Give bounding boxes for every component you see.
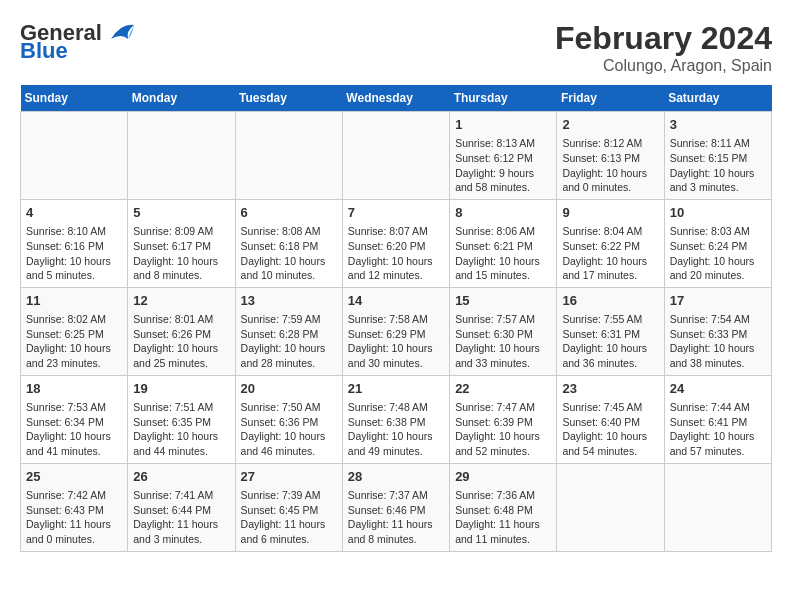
day-header-tuesday: Tuesday [235, 85, 342, 112]
day-content: Sunrise: 8:08 AM Sunset: 6:18 PM Dayligh… [241, 224, 337, 283]
day-number: 23 [562, 380, 658, 398]
day-number: 5 [133, 204, 229, 222]
calendar-cell: 15Sunrise: 7:57 AM Sunset: 6:30 PM Dayli… [450, 287, 557, 375]
logo-blue: Blue [20, 38, 68, 64]
day-number: 3 [670, 116, 766, 134]
day-number: 8 [455, 204, 551, 222]
calendar-cell [557, 463, 664, 551]
day-number: 6 [241, 204, 337, 222]
calendar-cell: 11Sunrise: 8:02 AM Sunset: 6:25 PM Dayli… [21, 287, 128, 375]
day-number: 26 [133, 468, 229, 486]
calendar-cell: 6Sunrise: 8:08 AM Sunset: 6:18 PM Daylig… [235, 199, 342, 287]
calendar-cell: 20Sunrise: 7:50 AM Sunset: 6:36 PM Dayli… [235, 375, 342, 463]
day-number: 13 [241, 292, 337, 310]
calendar-cell: 7Sunrise: 8:07 AM Sunset: 6:20 PM Daylig… [342, 199, 449, 287]
day-content: Sunrise: 8:13 AM Sunset: 6:12 PM Dayligh… [455, 136, 551, 195]
calendar-cell: 25Sunrise: 7:42 AM Sunset: 6:43 PM Dayli… [21, 463, 128, 551]
calendar-cell [128, 112, 235, 200]
calendar-cell [21, 112, 128, 200]
day-number: 21 [348, 380, 444, 398]
calendar-cell: 2Sunrise: 8:12 AM Sunset: 6:13 PM Daylig… [557, 112, 664, 200]
day-number: 19 [133, 380, 229, 398]
calendar-cell: 16Sunrise: 7:55 AM Sunset: 6:31 PM Dayli… [557, 287, 664, 375]
day-content: Sunrise: 7:41 AM Sunset: 6:44 PM Dayligh… [133, 488, 229, 547]
day-content: Sunrise: 7:39 AM Sunset: 6:45 PM Dayligh… [241, 488, 337, 547]
day-content: Sunrise: 8:10 AM Sunset: 6:16 PM Dayligh… [26, 224, 122, 283]
day-content: Sunrise: 7:47 AM Sunset: 6:39 PM Dayligh… [455, 400, 551, 459]
calendar-cell: 1Sunrise: 8:13 AM Sunset: 6:12 PM Daylig… [450, 112, 557, 200]
page-header: General Blue February 2024 Colungo, Arag… [20, 20, 772, 75]
day-number: 16 [562, 292, 658, 310]
day-header-thursday: Thursday [450, 85, 557, 112]
calendar-week-3: 11Sunrise: 8:02 AM Sunset: 6:25 PM Dayli… [21, 287, 772, 375]
calendar-table: SundayMondayTuesdayWednesdayThursdayFrid… [20, 85, 772, 552]
calendar-cell: 28Sunrise: 7:37 AM Sunset: 6:46 PM Dayli… [342, 463, 449, 551]
calendar-title: February 2024 [555, 20, 772, 57]
calendar-cell [235, 112, 342, 200]
calendar-cell: 12Sunrise: 8:01 AM Sunset: 6:26 PM Dayli… [128, 287, 235, 375]
day-content: Sunrise: 7:59 AM Sunset: 6:28 PM Dayligh… [241, 312, 337, 371]
day-number: 20 [241, 380, 337, 398]
day-number: 1 [455, 116, 551, 134]
day-number: 17 [670, 292, 766, 310]
calendar-week-2: 4Sunrise: 8:10 AM Sunset: 6:16 PM Daylig… [21, 199, 772, 287]
day-number: 4 [26, 204, 122, 222]
calendar-cell: 26Sunrise: 7:41 AM Sunset: 6:44 PM Dayli… [128, 463, 235, 551]
day-number: 14 [348, 292, 444, 310]
day-content: Sunrise: 7:53 AM Sunset: 6:34 PM Dayligh… [26, 400, 122, 459]
day-content: Sunrise: 7:51 AM Sunset: 6:35 PM Dayligh… [133, 400, 229, 459]
day-content: Sunrise: 8:06 AM Sunset: 6:21 PM Dayligh… [455, 224, 551, 283]
day-content: Sunrise: 7:42 AM Sunset: 6:43 PM Dayligh… [26, 488, 122, 547]
day-content: Sunrise: 8:04 AM Sunset: 6:22 PM Dayligh… [562, 224, 658, 283]
day-content: Sunrise: 7:44 AM Sunset: 6:41 PM Dayligh… [670, 400, 766, 459]
day-content: Sunrise: 8:02 AM Sunset: 6:25 PM Dayligh… [26, 312, 122, 371]
calendar-cell [342, 112, 449, 200]
day-number: 7 [348, 204, 444, 222]
day-content: Sunrise: 7:50 AM Sunset: 6:36 PM Dayligh… [241, 400, 337, 459]
calendar-cell: 5Sunrise: 8:09 AM Sunset: 6:17 PM Daylig… [128, 199, 235, 287]
day-number: 18 [26, 380, 122, 398]
calendar-cell: 18Sunrise: 7:53 AM Sunset: 6:34 PM Dayli… [21, 375, 128, 463]
day-content: Sunrise: 8:03 AM Sunset: 6:24 PM Dayligh… [670, 224, 766, 283]
calendar-cell: 17Sunrise: 7:54 AM Sunset: 6:33 PM Dayli… [664, 287, 771, 375]
calendar-cell: 13Sunrise: 7:59 AM Sunset: 6:28 PM Dayli… [235, 287, 342, 375]
calendar-cell: 29Sunrise: 7:36 AM Sunset: 6:48 PM Dayli… [450, 463, 557, 551]
calendar-cell: 22Sunrise: 7:47 AM Sunset: 6:39 PM Dayli… [450, 375, 557, 463]
day-content: Sunrise: 8:01 AM Sunset: 6:26 PM Dayligh… [133, 312, 229, 371]
day-number: 25 [26, 468, 122, 486]
day-number: 2 [562, 116, 658, 134]
day-content: Sunrise: 8:11 AM Sunset: 6:15 PM Dayligh… [670, 136, 766, 195]
calendar-cell: 24Sunrise: 7:44 AM Sunset: 6:41 PM Dayli… [664, 375, 771, 463]
day-number: 15 [455, 292, 551, 310]
calendar-cell: 14Sunrise: 7:58 AM Sunset: 6:29 PM Dayli… [342, 287, 449, 375]
calendar-cell: 3Sunrise: 8:11 AM Sunset: 6:15 PM Daylig… [664, 112, 771, 200]
day-content: Sunrise: 8:09 AM Sunset: 6:17 PM Dayligh… [133, 224, 229, 283]
calendar-cell: 27Sunrise: 7:39 AM Sunset: 6:45 PM Dayli… [235, 463, 342, 551]
calendar-cell: 23Sunrise: 7:45 AM Sunset: 6:40 PM Dayli… [557, 375, 664, 463]
day-header-monday: Monday [128, 85, 235, 112]
calendar-cell: 9Sunrise: 8:04 AM Sunset: 6:22 PM Daylig… [557, 199, 664, 287]
day-number: 24 [670, 380, 766, 398]
title-block: February 2024 Colungo, Aragon, Spain [555, 20, 772, 75]
calendar-cell: 8Sunrise: 8:06 AM Sunset: 6:21 PM Daylig… [450, 199, 557, 287]
day-content: Sunrise: 7:57 AM Sunset: 6:30 PM Dayligh… [455, 312, 551, 371]
day-header-wednesday: Wednesday [342, 85, 449, 112]
logo-bird-icon [106, 21, 136, 43]
day-number: 22 [455, 380, 551, 398]
day-content: Sunrise: 7:58 AM Sunset: 6:29 PM Dayligh… [348, 312, 444, 371]
calendar-week-5: 25Sunrise: 7:42 AM Sunset: 6:43 PM Dayli… [21, 463, 772, 551]
logo: General Blue [20, 20, 136, 64]
day-number: 9 [562, 204, 658, 222]
day-content: Sunrise: 8:12 AM Sunset: 6:13 PM Dayligh… [562, 136, 658, 195]
day-header-sunday: Sunday [21, 85, 128, 112]
calendar-week-1: 1Sunrise: 8:13 AM Sunset: 6:12 PM Daylig… [21, 112, 772, 200]
day-number: 27 [241, 468, 337, 486]
calendar-subtitle: Colungo, Aragon, Spain [555, 57, 772, 75]
day-content: Sunrise: 7:36 AM Sunset: 6:48 PM Dayligh… [455, 488, 551, 547]
day-content: Sunrise: 7:54 AM Sunset: 6:33 PM Dayligh… [670, 312, 766, 371]
day-number: 12 [133, 292, 229, 310]
day-header-friday: Friday [557, 85, 664, 112]
day-header-saturday: Saturday [664, 85, 771, 112]
day-content: Sunrise: 7:37 AM Sunset: 6:46 PM Dayligh… [348, 488, 444, 547]
calendar-cell [664, 463, 771, 551]
